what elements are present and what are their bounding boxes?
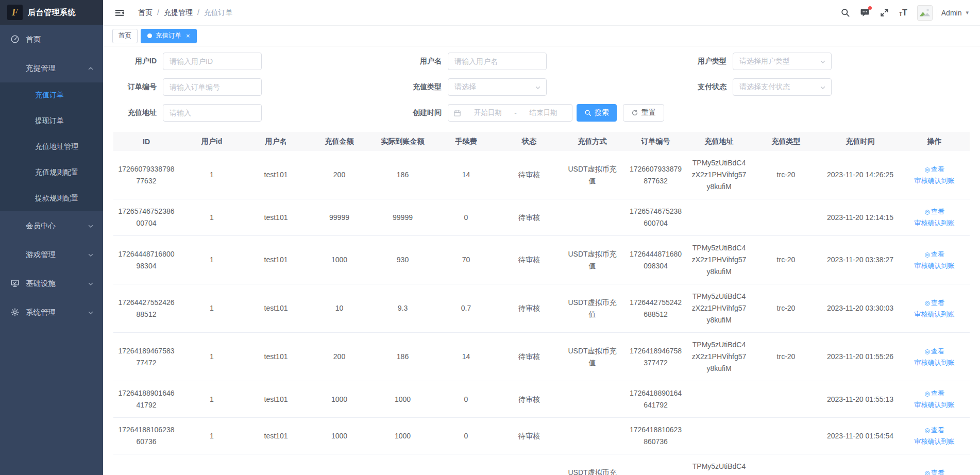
sidebar-item-label: 充值订单 (35, 91, 64, 100)
cell-fee: 14 (434, 151, 498, 199)
sidebar-item-label: 游戏管理 (26, 250, 56, 260)
charge-type-select[interactable]: 请选择 (448, 78, 547, 96)
sidebar-item-home[interactable]: 首页 (0, 25, 103, 54)
sidebar-item-recharge-withdraw-mgmt[interactable]: 充提管理 (0, 54, 103, 82)
message-icon[interactable] (860, 8, 870, 18)
pay-status-select[interactable]: 请选择支付状态 (733, 78, 832, 96)
calendar-icon (453, 109, 461, 117)
view-link-label: 查看 (931, 426, 944, 434)
date-range-picker[interactable]: 开始日期 - 结束日期 (448, 104, 572, 122)
sidebar-item-recharge-orders[interactable]: 充值订单 (0, 82, 103, 108)
order-no-input[interactable] (163, 78, 262, 96)
breadcrumb-current: 充值订单 (204, 8, 233, 16)
confirm-arrival-link[interactable]: 审核确认到账 (903, 175, 966, 186)
cell-username: test101 (244, 199, 308, 236)
cell-fee: 0 (434, 381, 498, 418)
sidebar-item-label: 充值地址管理 (35, 142, 78, 151)
tab-recharge-orders[interactable]: 充值订单 × (141, 29, 197, 43)
view-link[interactable]: ◎查看 (903, 388, 966, 399)
cell-id: 1726574675238600704 (113, 199, 179, 236)
cell-username: test101 (244, 418, 308, 454)
charge-address-input[interactable] (163, 104, 262, 122)
order-no-label: 订单编号 (113, 82, 157, 92)
view-icon: ◎ (924, 251, 930, 258)
confirm-arrival-link[interactable]: 审核确认到账 (903, 357, 966, 368)
search-button-label: 搜索 (595, 108, 609, 117)
breadcrumb-recharge-mgmt[interactable]: 充提管理 (164, 8, 193, 16)
table-row: USDT虚拟币充值 TPMy5zUtiBdC4zX2z1PHVihfg57y8k… (113, 454, 970, 475)
table-row: 1726607933879877632 1 test101 200 186 14… (113, 151, 970, 199)
view-link[interactable]: ◎查看 (903, 346, 966, 357)
view-link-label: 查看 (931, 208, 944, 215)
cell-charge-type: trc-20 (751, 333, 821, 381)
cell-id: 1726418890164641792 (113, 381, 179, 418)
cell-id (113, 454, 179, 475)
cell-time: 2023-11-20 03:38:27 (821, 236, 899, 284)
cell-actual-amount: 186 (371, 333, 434, 381)
confirm-arrival-link[interactable]: 审核确认到账 (903, 260, 966, 272)
view-link[interactable]: ◎查看 (903, 164, 966, 175)
sidebar-item-withdraw-orders[interactable]: 提现订单 (0, 108, 103, 134)
tab-close-icon[interactable]: × (186, 32, 190, 39)
sidebar-menu: 首页 充提管理 充值订单 提现订单 充值地址管理 (0, 25, 103, 327)
sidebar-item-infrastructure[interactable]: 基础设施 (0, 269, 103, 298)
date-range-separator: - (514, 109, 517, 117)
view-icon: ◎ (924, 427, 930, 434)
cell-user-id: 1 (179, 199, 244, 236)
view-icon: ◎ (924, 348, 930, 355)
sidebar-item-game-mgmt[interactable]: 游戏管理 (0, 240, 103, 269)
breadcrumb: 首页/充提管理/充值订单 (136, 8, 235, 18)
cell-id: 1726444871680098304 (113, 236, 179, 284)
reset-button[interactable]: 重置 (623, 104, 664, 122)
confirm-arrival-link[interactable]: 审核确认到账 (903, 399, 966, 411)
view-link[interactable]: ◎查看 (903, 297, 966, 309)
notification-badge-dot (868, 6, 872, 10)
cell-time: 2023-11-20 01:54:54 (821, 418, 899, 454)
cell-fee: 14 (434, 333, 498, 381)
confirm-arrival-link[interactable]: 审核确认到账 (903, 436, 966, 447)
filter-order-no: 订单编号 (113, 78, 398, 96)
user-type-select[interactable]: 请选择用户类型 (733, 53, 832, 70)
cell-actions: ◎查看 审核确认到账 (899, 333, 970, 381)
sidebar-item-withdraw-rule-config[interactable]: 提款规则配置 (0, 185, 103, 211)
sidebar-item-recharge-rule-config[interactable]: 充值规则配置 (0, 160, 103, 185)
navbar-actions: TT Admin ▾ (840, 5, 969, 21)
cell-order-no: 1726418810623860736 (624, 418, 687, 454)
sidebar-collapse-icon[interactable] (114, 8, 125, 18)
confirm-link-label: 审核确认到账 (915, 310, 955, 318)
cell-user-id (179, 454, 244, 475)
cell-username: test101 (244, 381, 308, 418)
search-button[interactable]: 搜索 (577, 104, 617, 122)
sidebar-item-recharge-address-mgmt[interactable]: 充值地址管理 (0, 134, 103, 160)
view-link[interactable]: ◎查看 (903, 467, 966, 475)
tab-home[interactable]: 首页 (112, 29, 138, 43)
gear-icon (10, 308, 20, 317)
user-menu[interactable]: Admin ▾ (917, 5, 969, 21)
cell-method: USDT虚拟币充值 (561, 236, 624, 284)
fullscreen-icon[interactable] (880, 8, 889, 18)
breadcrumb-home[interactable]: 首页 (138, 8, 153, 16)
view-link-label: 查看 (931, 165, 944, 173)
view-link[interactable]: ◎查看 (903, 206, 966, 217)
username-input[interactable] (448, 53, 547, 70)
confirm-arrival-link[interactable]: 审核确认到账 (903, 309, 966, 320)
sidebar-item-system-mgmt[interactable]: 系统管理 (0, 298, 103, 327)
sidebar-item-member-center[interactable]: 会员中心 (0, 211, 103, 240)
user-id-input[interactable] (163, 53, 262, 70)
app-title: 后台管理系统 (28, 8, 76, 18)
cell-id: 1726418810623860736 (113, 418, 179, 454)
font-size-icon[interactable]: TT (899, 9, 907, 17)
cell-amount (308, 454, 371, 475)
user-separator (937, 9, 937, 17)
view-link[interactable]: ◎查看 (903, 249, 966, 260)
cell-fee (434, 454, 498, 475)
col-order-no: 订单编号 (624, 132, 687, 151)
sidebar-item-label: 系统管理 (26, 308, 56, 317)
confirm-arrival-link[interactable]: 审核确认到账 (903, 217, 966, 229)
app-logo: F (7, 5, 23, 20)
col-method: 充值方式 (561, 132, 624, 151)
cell-time: 2023-11-20 12:14:15 (821, 199, 899, 236)
cell-address: TPMy5zUtiBdC4zX2z1PHVihfg57y8kufiM (687, 236, 751, 284)
search-icon[interactable] (840, 8, 850, 18)
view-link[interactable]: ◎查看 (903, 425, 966, 436)
